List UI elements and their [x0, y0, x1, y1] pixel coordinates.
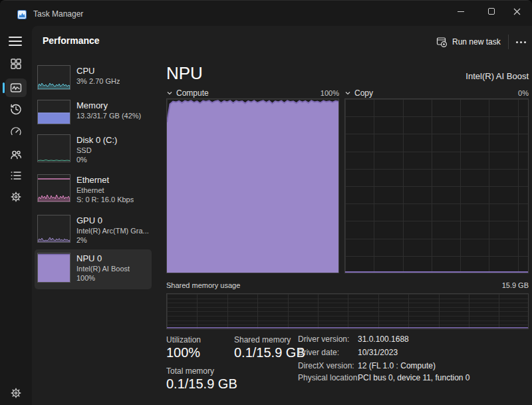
- copy-section-toggle[interactable]: Copy: [344, 88, 373, 98]
- settings-icon[interactable]: [9, 386, 23, 400]
- driver-version-label: Driver version:: [298, 335, 349, 344]
- minimize-button[interactable]: [446, 1, 476, 22]
- sidebar-memory-title: Memory: [76, 100, 141, 111]
- sidebar-item-gpu[interactable]: GPU 0 Intel(R) Arc(TM) Gra... 2%: [35, 213, 152, 249]
- ellipsis-icon: [520, 41, 522, 43]
- directx-version-value: 12 (FL 1.0 : Compute): [358, 361, 436, 370]
- sidebar-disk-sub1: SSD: [76, 146, 117, 155]
- total-memory-label: Total memory: [166, 366, 214, 376]
- copy-scale-label: 0%: [518, 89, 529, 97]
- physical-location-label: Physical location:: [298, 373, 360, 382]
- more-options-button[interactable]: [512, 33, 529, 51]
- compute-scale-label: 100%: [321, 89, 339, 97]
- shared-memory-max-label: 15.9 GB: [502, 281, 529, 289]
- sidebar-item-memory[interactable]: Memory 13.3/31.7 GB (42%): [35, 98, 152, 132]
- compute-label: Compute: [176, 88, 209, 98]
- copy-utilization-chart: [344, 98, 529, 273]
- task-manager-window: Task Manager: [0, 0, 532, 405]
- page-title: Performance: [43, 35, 100, 46]
- driver-date-label: Driver date:: [298, 348, 339, 357]
- close-button[interactable]: [501, 1, 532, 22]
- npu-thumbnail: [37, 253, 70, 283]
- services-icon[interactable]: [9, 190, 23, 203]
- device-name: Intel(R) AI Boost: [466, 71, 529, 81]
- sidebar-ethernet-sub1: Ethernet: [76, 186, 134, 195]
- compute-utilization-chart: [166, 98, 339, 273]
- sidebar-ethernet-sub2: S: 0 R: 16.0 Kbps: [76, 195, 134, 204]
- cpu-thumbnail: [37, 65, 70, 90]
- driver-date-value: 10/31/2023: [358, 348, 398, 357]
- shared-memory-usage-label: Shared memory usage: [166, 281, 240, 289]
- npu-heading: NPU: [166, 63, 203, 84]
- shared-memory-chart: [166, 293, 529, 329]
- compute-section-toggle[interactable]: Compute: [166, 88, 209, 98]
- directx-version-label: DirectX version:: [298, 361, 354, 370]
- run-new-task-icon: [436, 37, 447, 47]
- nav-selected-accent-pill: [3, 82, 5, 93]
- sidebar-gpu-title: GPU 0: [76, 215, 149, 226]
- utilization-value: 100%: [166, 345, 200, 360]
- total-memory-value: 0.1/15.9 GB: [166, 376, 237, 392]
- window-title: Task Manager: [33, 9, 83, 19]
- sidebar-cpu-title: CPU: [76, 65, 120, 76]
- task-manager-app-icon: [17, 10, 27, 19]
- run-new-task-button[interactable]: Run new task: [430, 33, 507, 51]
- shared-memory-stat-label: Shared memory: [234, 335, 291, 344]
- menu-icon[interactable]: [9, 37, 22, 46]
- sidebar-ethernet-title: Ethernet: [76, 174, 134, 186]
- sidebar-gpu-sub1: Intel(R) Arc(TM) Gra...: [76, 226, 149, 235]
- shared-memory-stat-value: 0.1/15.9 GB: [234, 345, 305, 360]
- memory-thumbnail: [37, 100, 70, 124]
- app-history-icon[interactable]: [9, 102, 23, 116]
- gpu-thumbnail: [37, 215, 70, 243]
- sidebar-item-ethernet[interactable]: Ethernet Ethernet S: 0 R: 16.0 Kbps: [35, 172, 152, 211]
- sidebar-item-npu[interactable]: NPU 0 Intel(R) AI Boost 100%: [35, 249, 152, 289]
- disk-thumbnail: [37, 134, 70, 162]
- performance-icon[interactable]: [9, 81, 23, 94]
- ethernet-thumbnail: [37, 174, 70, 202]
- sidebar-npu-sub1: Intel(R) AI Boost: [76, 264, 130, 273]
- titlebar: Task Manager: [0, 1, 532, 26]
- driver-version-value: 31.0.100.1688: [358, 335, 409, 344]
- copy-label: Copy: [354, 88, 373, 98]
- maximize-icon: [488, 8, 495, 15]
- run-new-task-label: Run new task: [452, 37, 501, 47]
- minimize-icon: [458, 11, 464, 12]
- sidebar-npu-title: NPU 0: [76, 253, 130, 264]
- sidebar-disk-sub2: 0%: [76, 155, 117, 164]
- toolbar-divider: [508, 35, 509, 49]
- users-icon[interactable]: [9, 148, 23, 162]
- sidebar-disk-title: Disk 0 (C:): [76, 134, 117, 146]
- startup-apps-icon[interactable]: [9, 125, 23, 138]
- chevron-down-icon: [166, 90, 173, 96]
- utilization-label: Utilization: [166, 335, 201, 344]
- sidebar-gpu-sub2: 2%: [76, 235, 149, 245]
- sidebar-item-disk[interactable]: Disk 0 (C:) SSD 0%: [35, 132, 152, 171]
- sidebar-npu-sub2: 100%: [76, 273, 130, 283]
- sidebar-memory-sub: 13.3/31.7 GB (42%): [76, 111, 141, 120]
- chevron-down-icon: [344, 90, 351, 96]
- processes-icon[interactable]: [9, 57, 23, 70]
- physical-location-value: PCI bus 0, device 11, function 0: [358, 373, 470, 382]
- details-icon[interactable]: [9, 169, 23, 182]
- sidebar-cpu-sub: 3% 2.70 GHz: [76, 76, 120, 86]
- sidebar-item-cpu[interactable]: CPU 3% 2.70 GHz: [35, 63, 152, 98]
- close-icon: [513, 8, 521, 15]
